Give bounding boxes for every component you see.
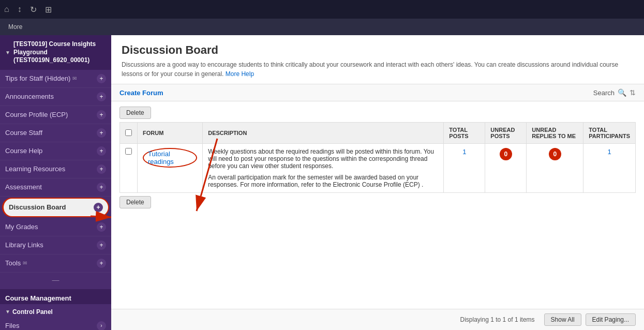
delete-bottom-button[interactable]: Delete <box>119 196 151 208</box>
forum-desc-para2: An overall participation mark for the se… <box>208 174 438 188</box>
page-title: Discussion Board <box>122 43 634 57</box>
search-area: Search 🔍 ⇅ <box>593 88 636 97</box>
top-bar: ⌂ ↕ ↻ ⊞ <box>0 0 644 19</box>
files-arrow-icon: › <box>97 321 106 330</box>
back-forward-icon[interactable]: ↕ <box>18 5 22 14</box>
sidebar-plus-library-links[interactable]: + <box>97 241 106 250</box>
sidebar-item-label-course-help: Course Help <box>5 147 42 155</box>
action-bar: Create Forum Search 🔍 ⇅ <box>111 84 644 101</box>
sidebar-plus-icon[interactable]: + <box>97 74 106 83</box>
sidebar-item-files[interactable]: Files › <box>0 318 111 330</box>
total-posts-value[interactable]: 1 <box>462 148 466 156</box>
more-tab[interactable]: More <box>2 21 28 33</box>
home-icon[interactable]: ⌂ <box>4 5 9 14</box>
more-help-link[interactable]: More Help <box>226 70 254 78</box>
sidebar-item-label-my-grades: My Grades <box>5 223 38 231</box>
sort-icon[interactable]: ⇅ <box>630 88 636 97</box>
unread-replies-badge[interactable]: 0 <box>549 148 561 160</box>
sidebar-plus-course-staff[interactable]: + <box>97 128 106 138</box>
sidebar-plus-learning-resources[interactable]: + <box>97 164 106 174</box>
sidebar-item-discussion-board[interactable]: Discussion Board + <box>2 198 109 217</box>
main-layout: ▼ [TEST0019] Course Insights Playground … <box>0 35 644 330</box>
sidebar-item-learning-resources[interactable]: Learning Resources + <box>0 160 111 178</box>
sidebar-item-announcements[interactable]: Announcements + <box>0 88 111 106</box>
row-checkbox[interactable] <box>125 148 132 155</box>
sidebar-item-assessment[interactable]: Assessment + <box>0 178 111 197</box>
create-forum-button[interactable]: Create Forum <box>119 89 163 97</box>
sidebar-item-label-tips: Tips for Staff (Hidden) <box>5 74 70 82</box>
scroll-down-icon: — <box>52 276 59 284</box>
forum-table: FORUM DESCRIPTION TOTAL POSTS UNREAD POS… <box>119 122 636 193</box>
control-panel-section: ▼ Control Panel <box>0 304 111 318</box>
sidebar-item-label-library-links: Library Links <box>5 241 43 249</box>
pagination-display-text: Displaying 1 to 1 of 1 items <box>460 316 535 323</box>
sidebar-plus-my-grades[interactable]: + <box>97 222 106 232</box>
forum-name-link[interactable]: Tutorial readings <box>143 148 197 168</box>
course-management-label: Course Management <box>5 294 71 302</box>
content-area: Discussion Board Discussions are a good … <box>111 35 644 330</box>
sidebar-item-label-course-profile: Course Profile (ECP) <box>5 111 68 118</box>
tools-external-icon: ✉ <box>23 260 27 266</box>
sidebar-item-label-announcements: Announcements <box>5 93 54 100</box>
sidebar-item-course-profile[interactable]: Course Profile (ECP) + <box>0 106 111 124</box>
sidebar-plus-course-profile[interactable]: + <box>97 110 106 119</box>
total-posts-cell: 1 <box>444 144 485 193</box>
unread-posts-badge[interactable]: 0 <box>500 148 512 160</box>
forum-desc-para1: Weekly questions about the required read… <box>208 148 438 170</box>
sidebar-item-my-grades[interactable]: My Grades + <box>0 218 111 236</box>
total-participants-cell: 1 <box>583 144 636 193</box>
pagination-bar: Displaying 1 to 1 of 1 items Show All Ed… <box>111 309 644 330</box>
search-label: Search <box>593 89 615 97</box>
edit-paging-button[interactable]: Edit Paging... <box>586 313 636 326</box>
table-row: Tutorial readings Weekly questions about… <box>120 144 636 193</box>
delete-top-button[interactable]: Delete <box>119 107 151 119</box>
course-management-section: Course Management <box>0 289 111 304</box>
th-description: DESCRIPTION <box>203 123 444 144</box>
refresh-icon[interactable]: ↻ <box>30 5 37 14</box>
th-checkbox <box>120 123 138 144</box>
search-icon[interactable]: 🔍 <box>618 88 626 97</box>
total-participants-value[interactable]: 1 <box>608 148 611 156</box>
sidebar-item-label-course-staff: Course Staff <box>5 129 42 137</box>
sidebar: ▼ [TEST0019] Course Insights Playground … <box>0 35 111 330</box>
sidebar-course-title: [TEST0019] Course Insights Playground (T… <box>13 40 106 65</box>
sidebar-collapse-icon[interactable]: ▼ <box>5 50 10 55</box>
db-description: Discussions are a good way to encourage … <box>122 60 634 79</box>
control-panel-collapse-icon[interactable]: ▼ <box>5 309 10 314</box>
sidebar-plus-assessment[interactable]: + <box>97 183 106 192</box>
window-icon[interactable]: ⊞ <box>45 5 52 14</box>
sidebar-item-tips[interactable]: Tips for Staff (Hidden) ✉ + <box>0 70 111 88</box>
th-unread-replies: UNREAD REPLIES TO ME <box>527 123 583 144</box>
row-checkbox-cell <box>120 144 138 193</box>
forum-top-actions: Delete <box>119 107 636 119</box>
forum-description-cell: Weekly questions about the required read… <box>203 144 444 193</box>
sidebar-plus-tools[interactable]: + <box>97 259 106 268</box>
control-panel-label: Control Panel <box>12 308 53 316</box>
tab-bar: More <box>0 19 644 35</box>
sidebar-item-label-files: Files <box>5 322 19 329</box>
th-forum: FORUM <box>138 123 203 144</box>
sidebar-item-label-assessment: Assessment <box>5 183 42 191</box>
sidebar-item-label-tools: Tools <box>5 259 21 267</box>
forum-container: Delete FORUM DESCRIPTION TOTAL POSTS UNR… <box>111 101 644 309</box>
unread-posts-cell: 0 <box>485 144 527 193</box>
forum-bottom-actions: Delete <box>119 196 636 208</box>
sidebar-course-header[interactable]: ▼ [TEST0019] Course Insights Playground … <box>0 35 111 70</box>
th-total-posts: TOTAL POSTS <box>444 123 485 144</box>
sidebar-plus-announcements[interactable]: + <box>97 92 106 101</box>
sidebar-item-label-discussion-board: Discussion Board <box>9 203 66 211</box>
sidebar-item-tools[interactable]: Tools ✉ + <box>0 254 111 273</box>
sidebar-item-course-staff[interactable]: Course Staff + <box>0 124 111 142</box>
th-total-participants: TOTAL PARTICIPANTS <box>583 123 636 144</box>
forum-name-cell: Tutorial readings <box>138 144 203 193</box>
sidebar-item-label-learning-resources: Learning Resources <box>5 165 65 173</box>
sidebar-item-library-links[interactable]: Library Links + <box>0 236 111 254</box>
sidebar-item-course-help[interactable]: Course Help + <box>0 142 111 160</box>
unread-replies-cell: 0 <box>527 144 583 193</box>
sidebar-scroll-down[interactable]: — <box>0 273 111 287</box>
external-link-icon: ✉ <box>72 76 77 81</box>
sidebar-plus-discussion-board[interactable]: + <box>94 203 103 212</box>
show-all-button[interactable]: Show All <box>544 313 581 326</box>
sidebar-plus-course-help[interactable]: + <box>97 146 106 156</box>
select-all-checkbox[interactable] <box>125 129 132 136</box>
